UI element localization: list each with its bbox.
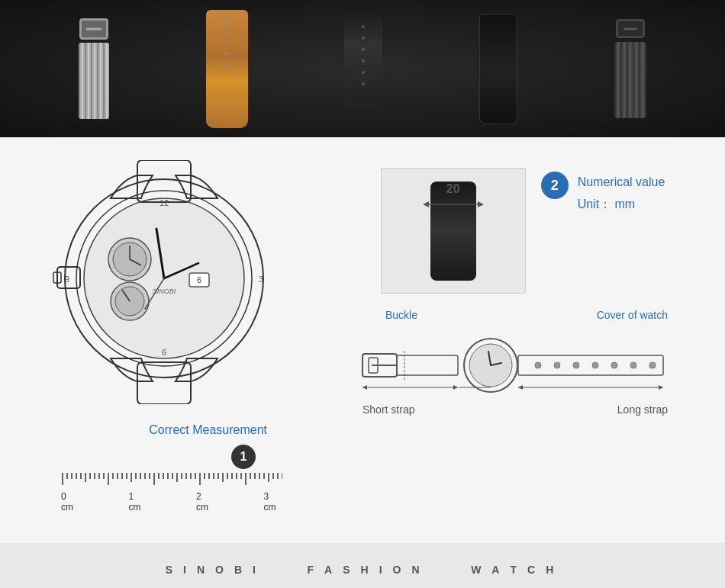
strap-mesh-black (614, 19, 646, 118)
svg-text:9: 9 (65, 275, 69, 284)
strap-leather-tan (206, 10, 248, 128)
top-banner (0, 0, 725, 137)
buckle-label: Buckle (385, 309, 417, 321)
watch-diagram-area: 6 SINOBI 12 9 3 6 8 Correct Measurement (0, 153, 328, 528)
svg-point-91 (535, 362, 541, 368)
fashion-h: H (361, 564, 375, 576)
measurement-value: 20 (446, 182, 460, 196)
fashion-f: F (308, 564, 321, 576)
fashion-n: N (411, 564, 425, 576)
bottom-section: S I N O B I F A S H I O N W A T C H Blue… (0, 543, 725, 588)
fashion-a: A (324, 564, 338, 576)
svg-point-97 (649, 362, 656, 368)
middle-section: 6 SINOBI 12 9 3 6 8 Correct Measurement (0, 137, 725, 543)
short-strap-label: Short strap (362, 403, 414, 416)
ruler-label-2cm: 2 cm (196, 491, 215, 512)
fashion-i: I (379, 564, 388, 576)
brand-s: S (166, 564, 179, 576)
svg-marker-84 (453, 385, 458, 390)
circle-2: 2 (541, 172, 569, 199)
svg-point-94 (592, 362, 598, 368)
strap-rubber-black (344, 10, 382, 128)
ruler-label-1cm: 1 cm (129, 491, 148, 512)
watch-t: T (510, 564, 523, 576)
svg-rect-80 (397, 355, 458, 375)
brand-n: N (197, 564, 211, 576)
mesh-body-black (614, 42, 646, 118)
ruler-labels: 0 cm 1 cm 2 cm 3 cm (61, 491, 282, 512)
leather-dark-body (479, 14, 517, 124)
watch-h: H (546, 564, 559, 576)
brand-i2: I (253, 564, 262, 576)
watch-w: W (471, 564, 487, 576)
svg-marker-76 (478, 201, 484, 207)
brand-b: B (234, 564, 248, 576)
strap-parts-diagram: Buckle Cover of watch (336, 309, 710, 416)
mesh-body-silver (79, 43, 109, 119)
right-area: 20 2 Numerical value Unit： mm (328, 153, 725, 431)
svg-point-92 (554, 362, 560, 368)
svg-text:3: 3 (259, 275, 263, 284)
brand-o: O (215, 564, 230, 576)
measurement-arrow: 20 (423, 182, 484, 210)
unit-label: Unit： mm (578, 194, 665, 216)
svg-marker-75 (423, 201, 429, 207)
numerical-info: 2 Numerical value Unit： mm (541, 172, 665, 216)
watch-a: A (491, 564, 505, 576)
watch-c: C (527, 564, 541, 576)
ruler-svg: // Inline tick drawing via SVG (61, 473, 282, 490)
long-strap-label: Long strap (617, 403, 668, 416)
svg-point-93 (573, 362, 579, 368)
strap-diagram-svg (355, 325, 691, 401)
brand-i: I (183, 564, 192, 576)
brand-tagline: S I N O B I F A S H I O N W A T C H (166, 564, 560, 576)
svg-text:6: 6 (162, 348, 166, 357)
svg-marker-99 (518, 385, 523, 390)
correct-measurement-label: Correct Measurement (149, 423, 267, 437)
svg-point-95 (611, 362, 617, 368)
rubber-black-body (344, 10, 382, 128)
measurement-image: 20 (381, 168, 526, 294)
watch-diagram-svg: 6 SINOBI 12 9 3 6 8 (46, 160, 290, 404)
svg-text:12: 12 (160, 198, 169, 207)
buckle-black (616, 19, 645, 38)
svg-marker-100 (659, 385, 663, 390)
strap-mesh-silver (79, 18, 109, 119)
svg-text:SINOBI: SINOBI (153, 288, 176, 295)
circle-1: 1 (231, 445, 256, 469)
strap-leather-dark (479, 14, 517, 124)
ruler-label-3cm: 3 cm (264, 491, 283, 512)
fashion-o: O (393, 564, 408, 576)
watch-svg-container: 6 SINOBI 12 9 3 6 8 (46, 160, 290, 419)
correct-measurement-area: Correct Measurement 1 (23, 419, 313, 469)
cover-of-watch-label: Cover of watch (597, 309, 668, 321)
ruler-container: // Inline tick drawing via SVG (61, 473, 282, 512)
leather-tan-body (206, 10, 248, 128)
arrow-svg (423, 198, 484, 210)
svg-marker-83 (362, 385, 367, 390)
ruler-label-0cm: 0 cm (61, 491, 80, 512)
buckle-silver (79, 18, 108, 40)
svg-text:6: 6 (197, 276, 201, 284)
fashion-s: S (343, 564, 356, 576)
numerical-label: Numerical value (578, 172, 665, 194)
numerical-text: Numerical value Unit： mm (578, 172, 665, 216)
svg-point-96 (630, 362, 636, 368)
